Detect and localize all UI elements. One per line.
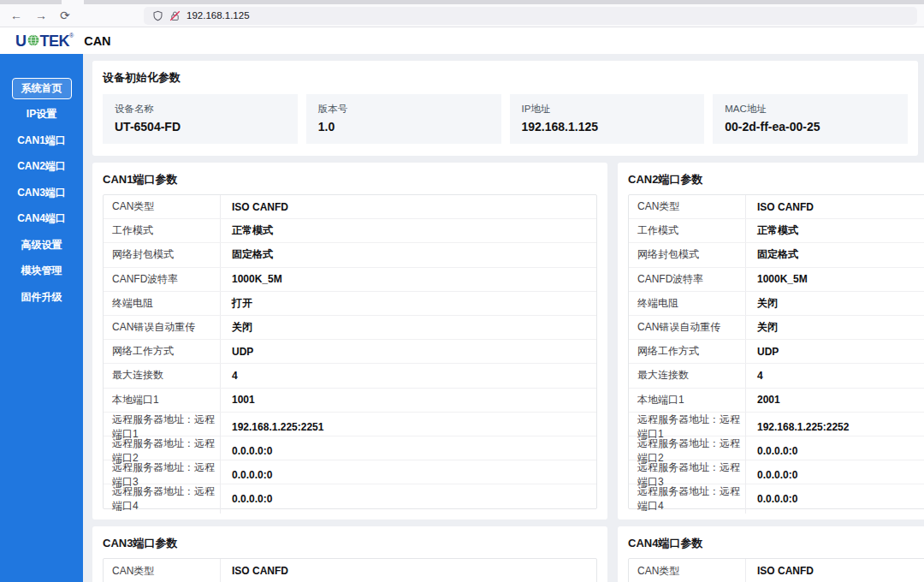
param-label: CANFD波特率 bbox=[104, 268, 220, 291]
registered-mark: ® bbox=[69, 33, 74, 39]
can1-params-title: CAN1端口参数 bbox=[103, 172, 597, 187]
param-label: 工作模式 bbox=[104, 219, 220, 242]
param-label: 最大连接数 bbox=[104, 364, 220, 387]
main-content: 设备初始化参数 设备名称 UT-6504-FD 版本号 1.0 IP地址 192… bbox=[83, 54, 924, 582]
param-value: 4 bbox=[745, 364, 924, 387]
table-row: 网络封包模式固定格式 bbox=[629, 243, 924, 267]
table-row: CANFD波特率1000K_5M bbox=[104, 268, 596, 292]
table-row: 最大连接数4 bbox=[104, 364, 596, 388]
table-row: CAN类型ISO CANFD bbox=[104, 559, 596, 582]
card-ip-address: IP地址 192.168.1.125 bbox=[510, 94, 705, 144]
card-version: 版本号 1.0 bbox=[306, 94, 501, 144]
can3-params-panel: CAN3端口参数 CAN类型ISO CANFD 工作模式正常模式 bbox=[92, 526, 607, 582]
table-row: CAN类型ISO CANFD bbox=[629, 559, 924, 582]
app-header: U TEK ® CAN bbox=[0, 27, 924, 54]
card-device-name: 设备名称 UT-6504-FD bbox=[103, 94, 298, 144]
device-info-cards: 设备名称 UT-6504-FD 版本号 1.0 IP地址 192.168.1.1… bbox=[103, 94, 908, 144]
table-row: 最大连接数4 bbox=[629, 364, 924, 388]
sidebar-item-home[interactable]: 系统首页 bbox=[0, 75, 83, 102]
table-row: 远程服务器地址：远程端口40.0.0.0:0 bbox=[104, 484, 596, 508]
param-value: ISO CANFD bbox=[220, 195, 596, 218]
card-label: 设备名称 bbox=[115, 103, 286, 116]
table-row: 远程服务器地址：远程端口20.0.0.0:0 bbox=[104, 436, 596, 460]
param-value: 1001 bbox=[220, 389, 596, 412]
url-text[interactable]: 192.168.1.125 bbox=[187, 10, 250, 21]
param-label: 网络工作方式 bbox=[104, 340, 220, 363]
address-bar[interactable]: 192.168.1.125 bbox=[144, 7, 917, 25]
sidebar-item-advanced-settings[interactable]: 高级设置 bbox=[0, 232, 83, 258]
table-row: 工作模式正常模式 bbox=[104, 219, 596, 243]
param-value: 固定格式 bbox=[220, 243, 596, 266]
sidebar-item-can4-port[interactable]: CAN4端口 bbox=[0, 206, 83, 233]
sidebar-item-can1-port[interactable]: CAN1端口 bbox=[0, 128, 83, 154]
param-value: 2001 bbox=[745, 389, 924, 412]
sidebar-item-module-management[interactable]: 模块管理 bbox=[0, 258, 83, 285]
device-init-title: 设备初始化参数 bbox=[103, 70, 908, 86]
param-label: CAN类型 bbox=[629, 195, 745, 218]
table-row: CAN类型ISO CANFD bbox=[629, 195, 924, 219]
table-row: 远程服务器地址：远程端口1192.168.1.225:2252 bbox=[629, 413, 924, 436]
can1-params-panel: CAN1端口参数 CAN类型ISO CANFD 工作模式正常模式 网络封包模式固… bbox=[92, 163, 607, 520]
can4-params-title: CAN4端口参数 bbox=[628, 536, 924, 551]
param-value: 打开 bbox=[220, 292, 596, 315]
param-value: 关闭 bbox=[745, 292, 924, 315]
tables-row-bottom: CAN3端口参数 CAN类型ISO CANFD 工作模式正常模式 CAN4端口参… bbox=[92, 526, 924, 582]
table-row: 本地端口11001 bbox=[104, 389, 596, 413]
insecure-lock-icon[interactable] bbox=[169, 10, 181, 21]
sidebar-item-can2-port[interactable]: CAN2端口 bbox=[0, 154, 83, 181]
param-label: 工作模式 bbox=[629, 219, 745, 242]
param-label: 网络工作方式 bbox=[629, 340, 745, 363]
param-label: CAN类型 bbox=[629, 559, 745, 582]
table-row: 终端电阻打开 bbox=[104, 292, 596, 316]
param-value: ISO CANFD bbox=[745, 559, 924, 582]
param-label: 本地端口1 bbox=[629, 389, 745, 412]
table-row: 本地端口12001 bbox=[629, 389, 924, 413]
sidebar: 系统首页 IP设置 CAN1端口 CAN2端口 CAN3端口 CAN4端口 高级… bbox=[0, 54, 83, 582]
table-row: CAN错误自动重传关闭 bbox=[104, 316, 596, 340]
param-label: 终端电阻 bbox=[104, 292, 220, 315]
card-value: 1.0 bbox=[318, 120, 489, 134]
utek-logo: U TEK ® bbox=[15, 33, 74, 49]
table-row: 网络工作方式UDP bbox=[629, 340, 924, 364]
sidebar-item-firmware-upgrade[interactable]: 固件升级 bbox=[0, 284, 83, 311]
card-value: UT-6504-FD bbox=[115, 120, 286, 134]
table-row: 终端电阻关闭 bbox=[629, 292, 924, 316]
can3-params-table: CAN类型ISO CANFD 工作模式正常模式 bbox=[103, 558, 597, 582]
param-value: 关闭 bbox=[220, 316, 596, 339]
sidebar-item-can3-port[interactable]: CAN3端口 bbox=[0, 180, 83, 206]
param-value: 关闭 bbox=[745, 316, 924, 339]
globe-icon bbox=[27, 34, 39, 46]
browser-tabstrip bbox=[0, 0, 924, 4]
param-value: 1000K_5M bbox=[745, 268, 924, 291]
param-label: 远程服务器地址：远程端口4 bbox=[629, 484, 745, 514]
logo-text-tek: TEK bbox=[40, 33, 70, 49]
sidebar-item-ip-settings[interactable]: IP设置 bbox=[0, 102, 83, 128]
param-label: 网络封包模式 bbox=[629, 243, 745, 266]
param-value: 正常模式 bbox=[745, 219, 924, 242]
param-label: CAN错误自动重传 bbox=[104, 316, 220, 339]
card-mac-address: MAC地址 00-2d-ff-ea-00-25 bbox=[713, 94, 908, 144]
param-value: 正常模式 bbox=[220, 219, 596, 242]
param-label: CAN类型 bbox=[104, 195, 220, 218]
param-label: CAN类型 bbox=[104, 559, 220, 582]
can4-params-table: CAN类型ISO CANFD 工作模式正常模式 bbox=[628, 558, 924, 582]
can4-params-panel: CAN4端口参数 CAN类型ISO CANFD 工作模式正常模式 bbox=[618, 526, 924, 582]
reload-icon[interactable]: ⟳ bbox=[60, 9, 70, 21]
param-value: 0.0.0.0:0 bbox=[745, 484, 924, 514]
param-label: 终端电阻 bbox=[629, 292, 745, 315]
shield-icon[interactable] bbox=[152, 10, 163, 21]
forward-icon[interactable]: → bbox=[35, 9, 47, 21]
page-title: CAN bbox=[84, 34, 110, 48]
table-row: CANFD波特率1000K_5M bbox=[629, 268, 924, 292]
can3-params-title: CAN3端口参数 bbox=[103, 536, 597, 551]
param-value: 固定格式 bbox=[745, 243, 924, 266]
param-label: CANFD波特率 bbox=[629, 268, 745, 291]
active-pill[interactable]: 系统首页 bbox=[12, 78, 72, 99]
table-row: CAN错误自动重传关闭 bbox=[629, 316, 924, 340]
browser-tab[interactable] bbox=[62, 0, 84, 4]
param-value: UDP bbox=[745, 340, 924, 363]
tables-row-top: CAN1端口参数 CAN类型ISO CANFD 工作模式正常模式 网络封包模式固… bbox=[92, 163, 924, 520]
can2-params-title: CAN2端口参数 bbox=[628, 172, 924, 187]
back-icon[interactable]: ← bbox=[10, 9, 22, 21]
card-value: 192.168.1.125 bbox=[522, 120, 693, 134]
